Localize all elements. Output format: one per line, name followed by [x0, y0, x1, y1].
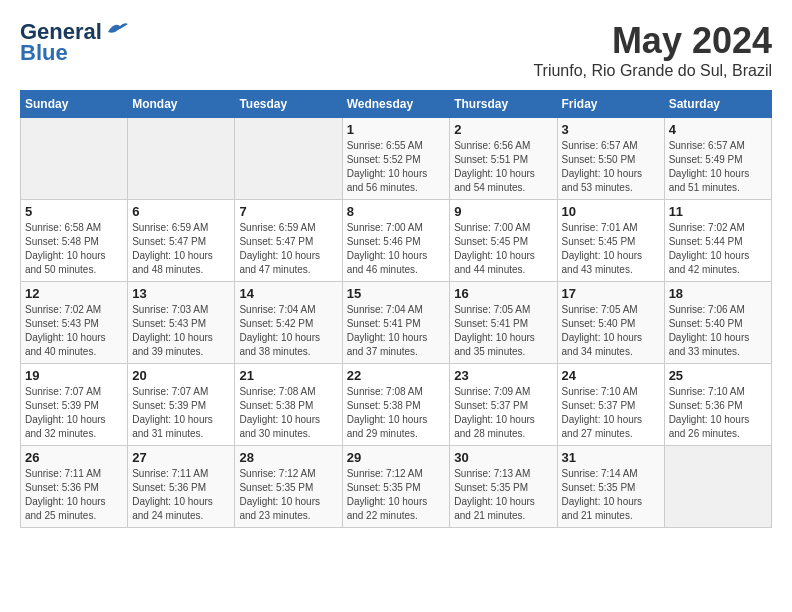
- header-saturday: Saturday: [664, 91, 771, 118]
- month-year-title: May 2024: [533, 20, 772, 62]
- day-number: 26: [25, 450, 123, 465]
- title-section: May 2024 Triunfo, Rio Grande do Sul, Bra…: [533, 20, 772, 80]
- day-number: 20: [132, 368, 230, 383]
- day-info: Sunrise: 7:10 AM Sunset: 5:37 PM Dayligh…: [562, 385, 660, 441]
- day-info: Sunrise: 6:57 AM Sunset: 5:50 PM Dayligh…: [562, 139, 660, 195]
- day-info: Sunrise: 7:13 AM Sunset: 5:35 PM Dayligh…: [454, 467, 552, 523]
- day-info: Sunrise: 6:56 AM Sunset: 5:51 PM Dayligh…: [454, 139, 552, 195]
- table-row: 18Sunrise: 7:06 AM Sunset: 5:40 PM Dayli…: [664, 282, 771, 364]
- day-info: Sunrise: 7:12 AM Sunset: 5:35 PM Dayligh…: [239, 467, 337, 523]
- day-number: 12: [25, 286, 123, 301]
- day-number: 13: [132, 286, 230, 301]
- table-row: 6Sunrise: 6:59 AM Sunset: 5:47 PM Daylig…: [128, 200, 235, 282]
- day-number: 23: [454, 368, 552, 383]
- table-row: [128, 118, 235, 200]
- header-wednesday: Wednesday: [342, 91, 450, 118]
- day-info: Sunrise: 7:08 AM Sunset: 5:38 PM Dayligh…: [239, 385, 337, 441]
- table-row: 19Sunrise: 7:07 AM Sunset: 5:39 PM Dayli…: [21, 364, 128, 446]
- table-row: 4Sunrise: 6:57 AM Sunset: 5:49 PM Daylig…: [664, 118, 771, 200]
- day-number: 7: [239, 204, 337, 219]
- day-number: 19: [25, 368, 123, 383]
- day-number: 9: [454, 204, 552, 219]
- table-row: 13Sunrise: 7:03 AM Sunset: 5:43 PM Dayli…: [128, 282, 235, 364]
- header-tuesday: Tuesday: [235, 91, 342, 118]
- day-info: Sunrise: 7:09 AM Sunset: 5:37 PM Dayligh…: [454, 385, 552, 441]
- day-number: 14: [239, 286, 337, 301]
- day-info: Sunrise: 7:02 AM Sunset: 5:44 PM Dayligh…: [669, 221, 767, 277]
- day-number: 11: [669, 204, 767, 219]
- calendar-week-row: 5Sunrise: 6:58 AM Sunset: 5:48 PM Daylig…: [21, 200, 772, 282]
- day-info: Sunrise: 7:12 AM Sunset: 5:35 PM Dayligh…: [347, 467, 446, 523]
- calendar-week-row: 19Sunrise: 7:07 AM Sunset: 5:39 PM Dayli…: [21, 364, 772, 446]
- header-thursday: Thursday: [450, 91, 557, 118]
- calendar-header-row: Sunday Monday Tuesday Wednesday Thursday…: [21, 91, 772, 118]
- logo-bird-icon: [106, 20, 128, 36]
- day-number: 29: [347, 450, 446, 465]
- calendar-week-row: 12Sunrise: 7:02 AM Sunset: 5:43 PM Dayli…: [21, 282, 772, 364]
- logo-blue: Blue: [20, 42, 68, 64]
- table-row: 5Sunrise: 6:58 AM Sunset: 5:48 PM Daylig…: [21, 200, 128, 282]
- day-number: 15: [347, 286, 446, 301]
- table-row: 23Sunrise: 7:09 AM Sunset: 5:37 PM Dayli…: [450, 364, 557, 446]
- header-sunday: Sunday: [21, 91, 128, 118]
- day-number: 30: [454, 450, 552, 465]
- day-number: 28: [239, 450, 337, 465]
- table-row: [235, 118, 342, 200]
- table-row: 22Sunrise: 7:08 AM Sunset: 5:38 PM Dayli…: [342, 364, 450, 446]
- calendar-table: Sunday Monday Tuesday Wednesday Thursday…: [20, 90, 772, 528]
- table-row: [21, 118, 128, 200]
- day-info: Sunrise: 7:00 AM Sunset: 5:46 PM Dayligh…: [347, 221, 446, 277]
- table-row: 7Sunrise: 6:59 AM Sunset: 5:47 PM Daylig…: [235, 200, 342, 282]
- calendar-week-row: 1Sunrise: 6:55 AM Sunset: 5:52 PM Daylig…: [21, 118, 772, 200]
- day-info: Sunrise: 7:11 AM Sunset: 5:36 PM Dayligh…: [25, 467, 123, 523]
- table-row: 20Sunrise: 7:07 AM Sunset: 5:39 PM Dayli…: [128, 364, 235, 446]
- day-info: Sunrise: 7:08 AM Sunset: 5:38 PM Dayligh…: [347, 385, 446, 441]
- day-number: 10: [562, 204, 660, 219]
- table-row: 3Sunrise: 6:57 AM Sunset: 5:50 PM Daylig…: [557, 118, 664, 200]
- table-row: [664, 446, 771, 528]
- day-number: 1: [347, 122, 446, 137]
- table-row: 27Sunrise: 7:11 AM Sunset: 5:36 PM Dayli…: [128, 446, 235, 528]
- day-number: 5: [25, 204, 123, 219]
- table-row: 16Sunrise: 7:05 AM Sunset: 5:41 PM Dayli…: [450, 282, 557, 364]
- day-info: Sunrise: 6:59 AM Sunset: 5:47 PM Dayligh…: [239, 221, 337, 277]
- day-info: Sunrise: 7:02 AM Sunset: 5:43 PM Dayligh…: [25, 303, 123, 359]
- table-row: 31Sunrise: 7:14 AM Sunset: 5:35 PM Dayli…: [557, 446, 664, 528]
- day-info: Sunrise: 7:07 AM Sunset: 5:39 PM Dayligh…: [132, 385, 230, 441]
- day-info: Sunrise: 6:58 AM Sunset: 5:48 PM Dayligh…: [25, 221, 123, 277]
- day-info: Sunrise: 7:05 AM Sunset: 5:40 PM Dayligh…: [562, 303, 660, 359]
- table-row: 12Sunrise: 7:02 AM Sunset: 5:43 PM Dayli…: [21, 282, 128, 364]
- day-info: Sunrise: 7:00 AM Sunset: 5:45 PM Dayligh…: [454, 221, 552, 277]
- table-row: 30Sunrise: 7:13 AM Sunset: 5:35 PM Dayli…: [450, 446, 557, 528]
- day-info: Sunrise: 7:07 AM Sunset: 5:39 PM Dayligh…: [25, 385, 123, 441]
- day-number: 3: [562, 122, 660, 137]
- table-row: 15Sunrise: 7:04 AM Sunset: 5:41 PM Dayli…: [342, 282, 450, 364]
- table-row: 14Sunrise: 7:04 AM Sunset: 5:42 PM Dayli…: [235, 282, 342, 364]
- table-row: 29Sunrise: 7:12 AM Sunset: 5:35 PM Dayli…: [342, 446, 450, 528]
- day-info: Sunrise: 7:03 AM Sunset: 5:43 PM Dayligh…: [132, 303, 230, 359]
- header-monday: Monday: [128, 91, 235, 118]
- table-row: 2Sunrise: 6:56 AM Sunset: 5:51 PM Daylig…: [450, 118, 557, 200]
- day-info: Sunrise: 7:04 AM Sunset: 5:42 PM Dayligh…: [239, 303, 337, 359]
- day-number: 4: [669, 122, 767, 137]
- day-info: Sunrise: 7:06 AM Sunset: 5:40 PM Dayligh…: [669, 303, 767, 359]
- day-info: Sunrise: 7:14 AM Sunset: 5:35 PM Dayligh…: [562, 467, 660, 523]
- day-number: 24: [562, 368, 660, 383]
- day-info: Sunrise: 6:55 AM Sunset: 5:52 PM Dayligh…: [347, 139, 446, 195]
- day-number: 8: [347, 204, 446, 219]
- table-row: 8Sunrise: 7:00 AM Sunset: 5:46 PM Daylig…: [342, 200, 450, 282]
- day-number: 2: [454, 122, 552, 137]
- day-number: 21: [239, 368, 337, 383]
- day-number: 22: [347, 368, 446, 383]
- table-row: 1Sunrise: 6:55 AM Sunset: 5:52 PM Daylig…: [342, 118, 450, 200]
- day-number: 25: [669, 368, 767, 383]
- table-row: 21Sunrise: 7:08 AM Sunset: 5:38 PM Dayli…: [235, 364, 342, 446]
- table-row: 28Sunrise: 7:12 AM Sunset: 5:35 PM Dayli…: [235, 446, 342, 528]
- logo: General Blue: [20, 20, 128, 64]
- day-info: Sunrise: 7:01 AM Sunset: 5:45 PM Dayligh…: [562, 221, 660, 277]
- table-row: 9Sunrise: 7:00 AM Sunset: 5:45 PM Daylig…: [450, 200, 557, 282]
- day-number: 27: [132, 450, 230, 465]
- day-number: 31: [562, 450, 660, 465]
- day-info: Sunrise: 6:59 AM Sunset: 5:47 PM Dayligh…: [132, 221, 230, 277]
- day-number: 16: [454, 286, 552, 301]
